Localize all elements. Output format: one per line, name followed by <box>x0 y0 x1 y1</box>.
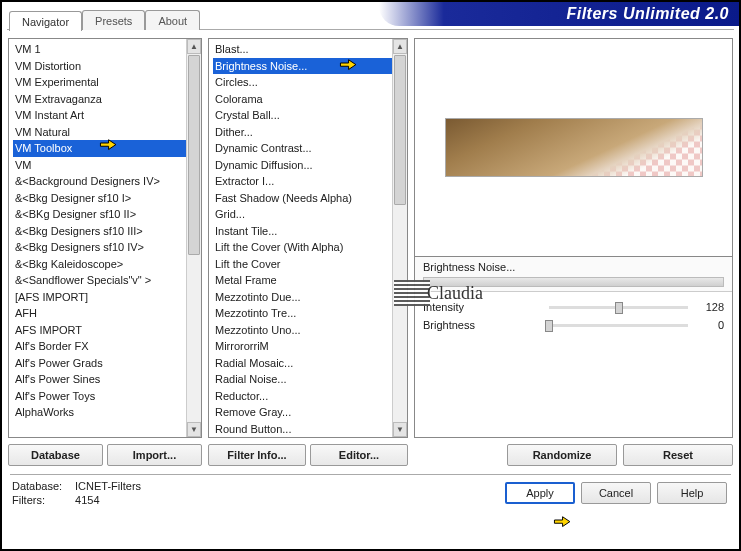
filter-list-item[interactable]: Dither... <box>213 124 392 141</box>
category-list-item[interactable]: &<Bkg Designers sf10 IV> <box>13 239 186 256</box>
cancel-button[interactable]: Cancel <box>581 482 651 504</box>
filter-preview-image <box>445 118 703 177</box>
status-bar: Database: ICNET-Filters Filters: 4154 <box>12 479 505 507</box>
slider-thumb[interactable] <box>615 302 623 314</box>
tab-navigator[interactable]: Navigator <box>9 11 82 31</box>
category-list-item[interactable]: AlphaWorks <box>13 404 186 421</box>
filter-list-item[interactable]: Mezzotinto Uno... <box>213 322 392 339</box>
filter-list-item[interactable]: Remove Gray... <box>213 404 392 421</box>
reset-button[interactable]: Reset <box>623 444 733 466</box>
category-listbox[interactable]: VM 1VM DistortionVM ExperimentalVM Extra… <box>8 38 202 438</box>
category-list-item[interactable]: Alf's Power Sines <box>13 371 186 388</box>
scroll-down-icon[interactable]: ▼ <box>393 422 407 437</box>
filter-list-item[interactable]: Metal Frame <box>213 272 392 289</box>
filter-list-item[interactable]: Mezzotinto Due... <box>213 289 392 306</box>
param-slider-brightness[interactable] <box>549 324 688 327</box>
filter-list-item[interactable]: Instant Tile... <box>213 223 392 240</box>
editor-button[interactable]: Editor... <box>310 444 408 466</box>
scroll-down-icon[interactable]: ▼ <box>187 422 201 437</box>
scroll-thumb[interactable] <box>394 55 406 205</box>
filter-list-item[interactable]: Round Corners <box>213 437 392 438</box>
category-list-item[interactable]: &<Bkg Designer sf10 I> <box>13 190 186 207</box>
scroll-up-icon[interactable]: ▲ <box>187 39 201 54</box>
filter-list-item[interactable]: Mezzotinto Tre... <box>213 305 392 322</box>
scroll-up-icon[interactable]: ▲ <box>393 39 407 54</box>
category-scrollbar[interactable]: ▲ ▼ <box>186 39 201 437</box>
filter-info-button[interactable]: Filter Info... <box>208 444 306 466</box>
status-filters-label: Filters: <box>12 493 72 507</box>
database-button[interactable]: Database <box>8 444 103 466</box>
filter-list-item[interactable]: Lift the Cover <box>213 256 392 273</box>
filter-listbox[interactable]: Blast...Brightness Noise...Circles...Col… <box>208 38 408 438</box>
filter-list-item[interactable]: Dynamic Diffusion... <box>213 157 392 174</box>
param-label: Brightness <box>423 319 543 331</box>
filter-list-item[interactable]: MirrororriM <box>213 338 392 355</box>
category-list-item[interactable]: VM Experimental <box>13 74 186 91</box>
param-value: 128 <box>694 301 724 313</box>
category-list-item[interactable]: Alf's Power Toys <box>13 388 186 405</box>
category-list-item[interactable]: VM 1 <box>13 41 186 58</box>
category-list-item[interactable]: &<Bkg Designers sf10 III> <box>13 223 186 240</box>
filter-list-item[interactable]: Colorama <box>213 91 392 108</box>
category-list-item[interactable]: Alf's Power Grads <box>13 355 186 372</box>
scroll-thumb[interactable] <box>188 55 200 255</box>
category-list-item[interactable]: &<Sandflower Specials"v" > <box>13 272 186 289</box>
status-database-label: Database: <box>12 479 72 493</box>
category-list-item[interactable]: Alf's Border FX <box>13 338 186 355</box>
filter-list-item[interactable]: Crystal Ball... <box>213 107 392 124</box>
filter-scrollbar[interactable]: ▲ ▼ <box>392 39 407 437</box>
filter-list-item[interactable]: Circles... <box>213 74 392 91</box>
filter-list-item[interactable]: Lift the Cover (With Alpha) <box>213 239 392 256</box>
randomize-button[interactable]: Randomize <box>507 444 617 466</box>
pointer-icon <box>552 510 578 530</box>
status-filters-value: 4154 <box>75 494 99 506</box>
apply-button[interactable]: Apply <box>505 482 575 504</box>
status-database-value: ICNET-Filters <box>75 480 141 492</box>
category-list-item[interactable]: &<Background Designers IV> <box>13 173 186 190</box>
filter-list-item[interactable]: Round Button... <box>213 421 392 438</box>
filter-list-item[interactable]: Reductor... <box>213 388 392 405</box>
category-list-item[interactable]: VM Distortion <box>13 58 186 75</box>
param-slider-intensity[interactable] <box>549 306 688 309</box>
filter-list-item[interactable]: Dynamic Contrast... <box>213 140 392 157</box>
preview-params-panel: Brightness Noise... Intensity128Brightne… <box>414 38 733 438</box>
tab-about[interactable]: About <box>145 10 200 30</box>
param-value: 0 <box>694 319 724 331</box>
category-list-item[interactable]: VM Toolbox <box>13 140 186 157</box>
filter-list-item[interactable]: Fast Shadow (Needs Alpha) <box>213 190 392 207</box>
filter-list-item[interactable]: Radial Noise... <box>213 371 392 388</box>
filter-list-item[interactable]: Extractor I... <box>213 173 392 190</box>
category-list-item[interactable]: &<Bkg Kaleidoscope> <box>13 256 186 273</box>
help-button[interactable]: Help <box>657 482 727 504</box>
category-list-item[interactable]: VM Natural <box>13 124 186 141</box>
param-row-brightness: Brightness0 <box>423 316 724 334</box>
category-list-item[interactable]: AFS IMPORT <box>13 322 186 339</box>
category-list-item[interactable]: VM Extravaganza <box>13 91 186 108</box>
import-button[interactable]: Import... <box>107 444 202 466</box>
category-list-item[interactable]: VM <box>13 157 186 174</box>
filter-list-item[interactable]: Brightness Noise... <box>213 58 392 75</box>
slider-thumb[interactable] <box>545 320 553 332</box>
preview-area <box>415 39 732 257</box>
app-title: Filters Unlimited 2.0 <box>566 5 729 23</box>
watermark: Claudia <box>394 274 504 312</box>
category-list-item[interactable]: [AFS IMPORT] <box>13 289 186 306</box>
category-list-item[interactable]: VM Instant Art <box>13 107 186 124</box>
selected-filter-title: Brightness Noise... <box>423 261 515 273</box>
category-list-item[interactable]: &<BKg Designer sf10 II> <box>13 206 186 223</box>
filter-list-item[interactable]: Grid... <box>213 206 392 223</box>
tab-presets[interactable]: Presets <box>82 10 145 30</box>
filter-list-item[interactable]: Blast... <box>213 41 392 58</box>
app-title-banner: Filters Unlimited 2.0 <box>379 2 739 26</box>
filter-list-item[interactable]: Radial Mosaic... <box>213 355 392 372</box>
category-list-item[interactable]: AFH <box>13 305 186 322</box>
